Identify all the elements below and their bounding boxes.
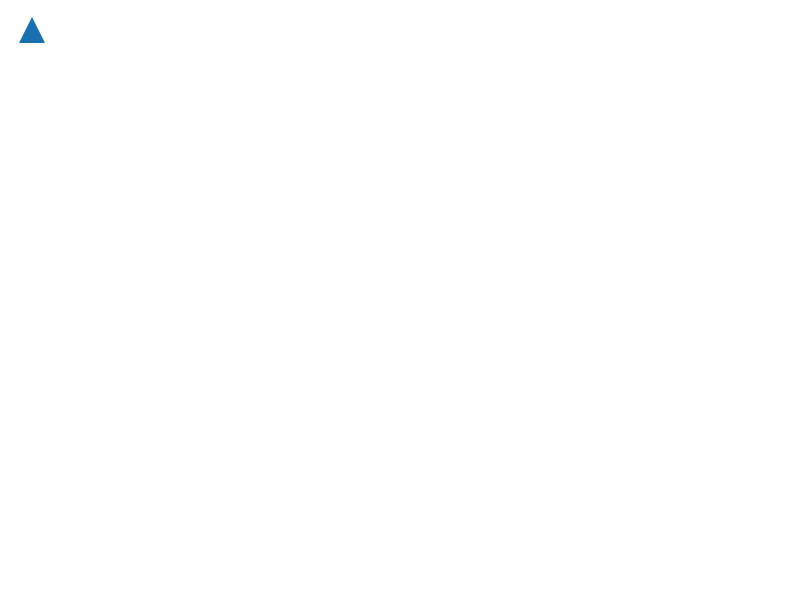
logo-icon — [17, 15, 47, 45]
svg-marker-0 — [19, 17, 45, 43]
logo-text — [15, 15, 47, 50]
page-header — [10, 10, 782, 50]
logo — [15, 15, 47, 50]
